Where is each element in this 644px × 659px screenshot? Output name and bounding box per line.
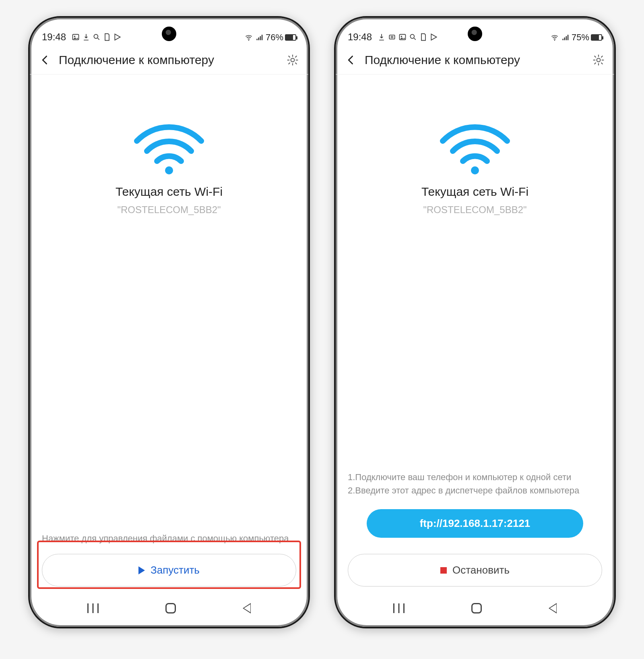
wifi-large-icon — [439, 123, 511, 175]
wifi-icon — [551, 33, 559, 41]
battery-percent: 76% — [266, 32, 283, 43]
instruction-line-1: 1.Подключите ваш телефон и компьютер к о… — [348, 470, 602, 484]
instructions-block: 1.Подключите ваш телефон и компьютер к о… — [348, 470, 602, 497]
search-icon — [93, 33, 101, 41]
status-time: 19:48 — [348, 31, 372, 43]
wifi-label: Текущая сеть Wi-Fi — [421, 185, 528, 199]
start-button-label: Запустить — [151, 564, 200, 576]
battery-icon — [591, 34, 602, 41]
stop-button-label: Остановить — [452, 564, 510, 576]
back-icon[interactable] — [345, 54, 357, 66]
wifi-ssid: "ROSTELECOM_5BB2" — [421, 204, 528, 216]
sd-card-icon — [103, 33, 111, 41]
nav-home-icon[interactable] — [471, 603, 482, 613]
phone-left: 19:48 76% Подключение к компьютеру — [28, 16, 310, 628]
nav-home-icon[interactable] — [165, 603, 176, 613]
download-icon — [82, 33, 90, 41]
gear-icon[interactable] — [592, 54, 605, 66]
svg-point-5 — [165, 166, 173, 174]
ftp-address-pill[interactable]: ftp://192.168.1.17:2121 — [367, 509, 583, 538]
app-header: Подключение к компьютеру — [336, 46, 614, 75]
svg-point-8 — [401, 36, 402, 37]
svg-point-12 — [471, 166, 479, 174]
svg-point-10 — [554, 39, 555, 41]
play-icon — [138, 566, 145, 574]
svg-point-11 — [597, 58, 601, 62]
wifi-label: Текущая сеть Wi-Fi — [116, 185, 223, 199]
download-icon — [378, 33, 386, 41]
front-camera — [468, 27, 482, 41]
nav-back-icon[interactable] — [549, 603, 557, 613]
search-icon — [409, 33, 417, 41]
android-nav-bar — [30, 595, 308, 627]
front-camera — [162, 27, 176, 41]
svg-point-2 — [94, 34, 98, 38]
nav-recent-icon[interactable] — [393, 603, 405, 613]
svg-point-9 — [410, 34, 414, 38]
android-nav-bar — [336, 595, 614, 627]
transfer-icon — [388, 33, 396, 41]
back-icon[interactable] — [39, 54, 51, 66]
sd-card-icon — [419, 33, 427, 41]
image-icon — [72, 33, 80, 41]
start-button[interactable]: Запустить — [42, 554, 296, 586]
image-icon — [398, 33, 407, 41]
hint-text: Нажмите для управления файлами с помощью… — [42, 532, 296, 545]
nav-recent-icon[interactable] — [87, 603, 99, 613]
wifi-status-block: Текущая сеть Wi-Fi "ROSTELECOM_5BB2" — [421, 123, 528, 216]
gear-icon[interactable] — [287, 54, 299, 66]
stop-icon — [440, 567, 447, 574]
battery-icon — [285, 34, 296, 41]
svg-point-3 — [248, 39, 250, 41]
svg-point-4 — [291, 58, 295, 62]
wifi-icon — [245, 33, 253, 41]
page-title: Подключение к компьютеру — [59, 53, 279, 67]
status-time: 19:48 — [42, 31, 66, 43]
svg-point-1 — [74, 36, 75, 37]
nav-back-icon[interactable] — [243, 603, 251, 613]
wifi-large-icon — [133, 123, 205, 175]
wifi-status-block: Текущая сеть Wi-Fi "ROSTELECOM_5BB2" — [116, 123, 223, 216]
page-title: Подключение к компьютеру — [365, 53, 584, 67]
svg-rect-6 — [389, 35, 394, 39]
play-store-icon — [430, 33, 438, 41]
stop-button[interactable]: Остановить — [348, 554, 602, 586]
instruction-line-2: 2.Введите этот адрес в диспетчере файлов… — [348, 484, 602, 497]
wifi-ssid: "ROSTELECOM_5BB2" — [116, 204, 223, 216]
phone-right: 19:48 75% Подключение к компьютеру — [334, 16, 616, 628]
signal-icon — [561, 33, 569, 41]
play-store-icon — [114, 33, 122, 41]
app-header: Подключение к компьютеру — [30, 46, 308, 75]
signal-icon — [255, 33, 263, 41]
battery-percent: 75% — [572, 32, 589, 43]
